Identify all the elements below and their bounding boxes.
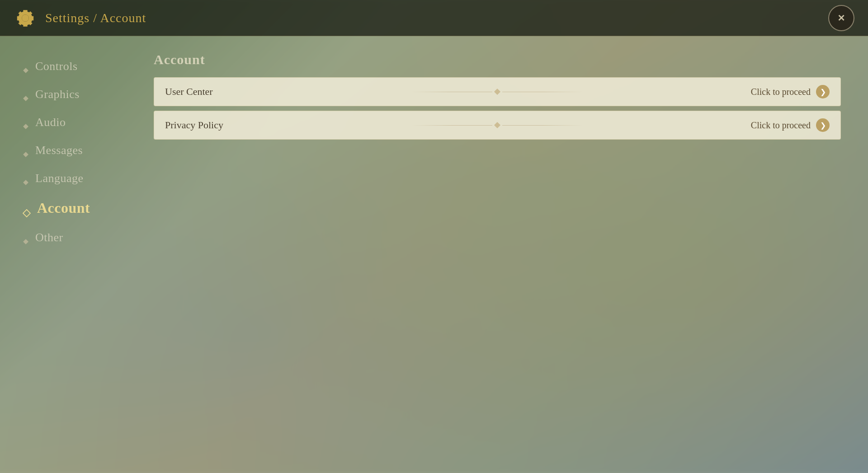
arrow-right-icon: ❯ [816,85,830,98]
user-center-row[interactable]: User Center Click to proceed ❯ [154,77,841,106]
sidebar-label-audio: Audio [35,116,66,129]
sidebar-label-language: Language [35,172,84,185]
user-center-action: Click to proceed ❯ [751,85,830,98]
ornament-diamond [494,89,500,95]
topbar: Settings / Account × [0,0,868,36]
svg-marker-4 [23,180,28,185]
diamond-icon [23,91,29,98]
gear-icon [14,6,37,30]
ornament-line-right [502,92,584,92]
arrow-right-icon-2: ❯ [816,118,830,132]
ornament-line-left [411,92,492,92]
svg-marker-3 [23,152,28,157]
svg-marker-2 [23,124,28,129]
diamond-active-icon [23,204,31,212]
sidebar-item-account[interactable]: Account [23,194,145,222]
diamond-icon [23,175,29,182]
sidebar: Controls Graphics Audio Messages Languag [0,36,145,473]
privacy-policy-action: Click to proceed ❯ [751,118,830,132]
sidebar-item-controls[interactable]: Controls [23,54,145,79]
privacy-policy-row[interactable]: Privacy Policy Click to proceed ❯ [154,111,841,140]
svg-marker-1 [23,96,28,101]
ornament-2 [411,123,584,127]
sidebar-label-account: Account [37,200,90,216]
breadcrumb: Settings / Account [45,11,146,25]
diamond-icon [23,119,29,126]
sidebar-label-controls: Controls [35,60,78,73]
ornament [411,89,584,94]
sidebar-item-messages[interactable]: Messages [23,138,145,163]
main-panel: Account User Center Click to proceed ❯ P… [145,36,868,473]
sidebar-item-graphics[interactable]: Graphics [23,82,145,107]
diamond-icon [23,234,29,241]
ornament-line-left-2 [411,125,492,126]
diamond-icon [23,147,29,154]
diamond-icon [23,63,29,70]
close-button[interactable]: × [828,5,854,31]
section-title: Account [154,52,841,67]
content-area: Controls Graphics Audio Messages Languag [0,36,868,473]
user-center-action-label: Click to proceed [751,87,811,97]
sidebar-item-audio[interactable]: Audio [23,110,145,135]
ornament-diamond-2 [494,122,500,128]
ornament-line-right-2 [502,125,584,126]
sidebar-label-messages: Messages [35,144,83,157]
svg-marker-0 [23,68,28,73]
svg-marker-5 [23,209,30,216]
privacy-policy-action-label: Click to proceed [751,120,811,131]
sidebar-label-other: Other [35,231,63,244]
sidebar-item-other[interactable]: Other [23,225,145,250]
svg-marker-6 [23,239,28,244]
sidebar-label-graphics: Graphics [35,88,80,101]
sidebar-item-language[interactable]: Language [23,166,145,191]
